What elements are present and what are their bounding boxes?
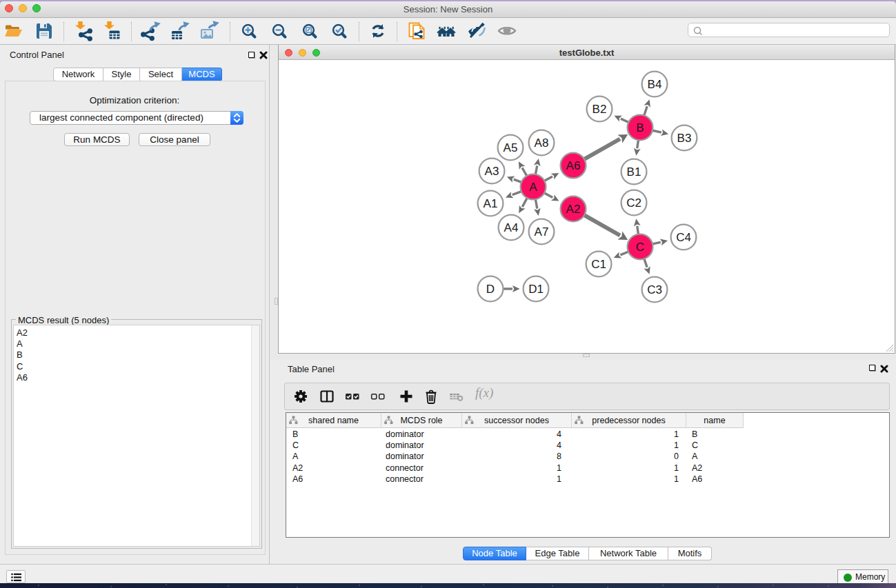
- svg-text:A5: A5: [504, 141, 518, 154]
- svg-text:B1: B1: [627, 165, 641, 179]
- svg-text:D1: D1: [528, 283, 544, 296]
- svg-text:A: A: [529, 181, 537, 194]
- svg-text:A4: A4: [504, 221, 519, 234]
- svg-text:C: C: [636, 241, 644, 254]
- svg-text:A7: A7: [535, 225, 549, 239]
- svg-text:B: B: [636, 121, 644, 134]
- svg-text:A2: A2: [566, 203, 581, 216]
- svg-text:C4: C4: [676, 231, 691, 244]
- svg-text:A3: A3: [485, 165, 499, 178]
- svg-text:C3: C3: [647, 283, 662, 296]
- svg-text:B3: B3: [677, 132, 692, 145]
- svg-text:B4: B4: [648, 78, 662, 91]
- svg-text:C2: C2: [626, 196, 641, 210]
- svg-text:A1: A1: [484, 197, 498, 210]
- svg-text:C1: C1: [591, 258, 606, 271]
- svg-text:A8: A8: [535, 136, 549, 150]
- svg-text:B2: B2: [593, 103, 607, 116]
- svg-text:D: D: [486, 283, 495, 296]
- svg-text:A6: A6: [566, 159, 581, 172]
